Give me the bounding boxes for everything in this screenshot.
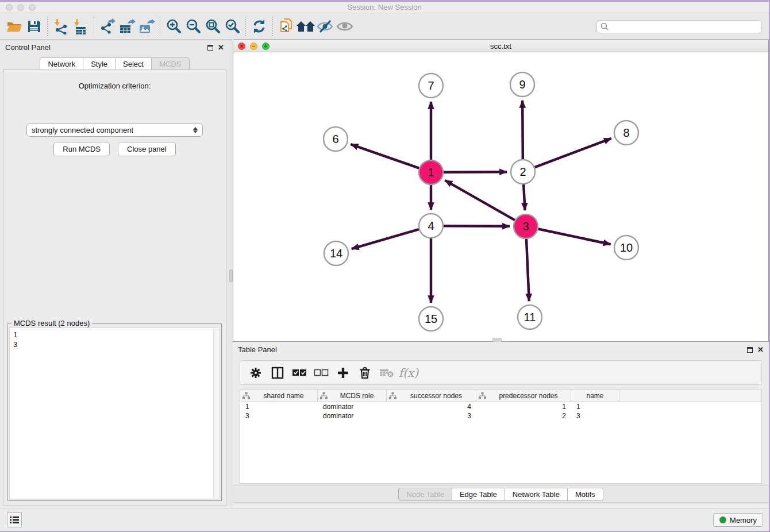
column-header-successor-nodes[interactable]: successor nodes — [387, 390, 476, 402]
window-titlebar[interactable]: Session: New Session — [0, 2, 769, 13]
search-box[interactable] — [596, 20, 762, 33]
zoom-selected-icon[interactable] — [222, 17, 242, 36]
column-header-predecessor-nodes[interactable]: predecessor nodes — [476, 390, 571, 402]
table-toolbar: f(x) — [240, 360, 762, 385]
chevron-up-down-icon — [193, 127, 198, 133]
graph-edge-1-2[interactable] — [444, 172, 507, 172]
network-frame-titlebar[interactable]: × − + scc.txt — [233, 40, 768, 52]
tab-network-table[interactable]: Network Table — [505, 488, 568, 501]
tab-style[interactable]: Style — [83, 57, 116, 71]
tab-motifs[interactable]: Motifs — [568, 488, 603, 501]
import-table-icon[interactable] — [71, 17, 90, 36]
graph-edge-3-10[interactable] — [538, 229, 611, 245]
table-tabstrip: Node TableEdge TableNetwork TableMotifs — [233, 485, 769, 503]
right-column: × − + scc.txt 1234678910111415 Table Pan… — [233, 40, 769, 510]
graph-edge-3-11[interactable] — [526, 239, 529, 301]
graph-edge-3-1[interactable] — [445, 180, 515, 220]
table-cell[interactable]: 1 — [571, 403, 619, 411]
status-bar: Memory — [0, 508, 769, 531]
delete-icon[interactable] — [354, 363, 376, 383]
toggle-hide-icon[interactable] — [315, 17, 335, 36]
export-network-icon[interactable] — [98, 17, 117, 36]
table-panel-float-icon[interactable] — [747, 347, 753, 353]
table-panel-header: Table Panel ✕ — [233, 342, 769, 357]
table-cell[interactable]: 3 — [571, 412, 619, 420]
graph-node-label: 7 — [428, 79, 434, 92]
zoom-in-icon[interactable] — [164, 17, 183, 36]
table-cell[interactable]: 3 — [240, 412, 318, 420]
zoom-out-icon[interactable] — [183, 17, 203, 36]
table-cell[interactable]: 3 — [387, 412, 476, 420]
function-builder-icon[interactable]: f(x) — [398, 363, 419, 383]
graph-node-label: 10 — [620, 241, 633, 254]
criterion-dropdown-value: strongly connected component — [32, 126, 133, 134]
control-panel-close-icon[interactable]: ✕ — [218, 45, 224, 51]
network-graph[interactable]: 1234678910111415 — [233, 52, 769, 341]
delete-table-icon[interactable] — [376, 363, 398, 383]
column-header-shared-name[interactable]: shared name — [240, 390, 318, 402]
graph-node-label: 11 — [524, 311, 536, 323]
tab-node-table[interactable]: Node Table — [398, 488, 452, 501]
graph-edge-2-3[interactable] — [523, 184, 525, 210]
task-history-button[interactable] — [7, 512, 22, 527]
result-scrollbar[interactable] — [213, 328, 220, 499]
select-all-icon[interactable] — [288, 363, 310, 383]
preview-eye-icon[interactable] — [335, 17, 355, 36]
toolbar-separator — [47, 17, 48, 36]
tab-edge-table[interactable]: Edge Table — [452, 488, 505, 501]
table-panel-title: Table Panel — [238, 345, 277, 354]
table-cell[interactable]: 1 — [476, 403, 571, 411]
table-cell[interactable]: dominator — [318, 412, 387, 420]
graph-node-label: 3 — [522, 220, 529, 233]
graph-edge-2-8[interactable] — [535, 138, 611, 167]
refresh-icon[interactable] — [249, 17, 269, 36]
mcds-result-title: MCDS result (2 nodes) — [11, 319, 92, 327]
table-cell[interactable]: 1 — [240, 403, 318, 411]
node-table[interactable]: shared nameMCDS rolesuccessor nodesprede… — [240, 390, 762, 484]
table-cell[interactable]: dominator — [318, 403, 387, 411]
column-header-MCDS-role[interactable]: MCDS role — [318, 390, 387, 402]
criterion-dropdown[interactable]: strongly connected component — [26, 124, 203, 137]
gear-icon[interactable] — [245, 363, 267, 383]
open-session-icon[interactable] — [5, 17, 24, 36]
run-mcds-button[interactable]: Run MCDS — [53, 142, 110, 156]
zoom-fit-icon[interactable] — [203, 17, 222, 36]
memory-button[interactable]: Memory — [713, 513, 763, 527]
duplicate-network-icon[interactable] — [276, 17, 296, 36]
graph-edge-1-6[interactable] — [351, 144, 419, 168]
table-row[interactable]: 3dominator323 — [240, 411, 761, 421]
table-cell[interactable]: 2 — [476, 412, 571, 420]
control-panel-float-icon[interactable] — [207, 45, 213, 51]
tab-mcds[interactable]: MCDS — [152, 57, 189, 71]
control-panel-tabs: NetworkStyleSelectMCDS — [0, 57, 229, 71]
tab-network[interactable]: Network — [40, 57, 83, 71]
column-header-name[interactable]: name — [571, 390, 619, 402]
mcds-panel: Optimization criterion: strongly connect… — [3, 70, 226, 506]
application-window: Session: New Session — [0, 0, 770, 532]
home-icon[interactable] — [296, 17, 315, 36]
import-network-icon[interactable] — [51, 17, 71, 36]
table-cell[interactable]: 4 — [387, 403, 476, 411]
add-column-icon[interactable] — [332, 363, 354, 383]
graph-edge-4-14[interactable] — [352, 229, 419, 249]
graph-node-label: 4 — [428, 219, 434, 232]
graph-edge-4-3[interactable] — [444, 226, 510, 226]
graph-edge-2-9[interactable] — [522, 101, 523, 159]
control-panel-title: Control Panel — [5, 43, 51, 52]
graph-node-label: 1 — [428, 166, 434, 179]
network-view-frame: × − + scc.txt 1234678910111415 — [233, 40, 769, 342]
table-row[interactable]: 1dominator411 — [240, 402, 761, 411]
table-panel-close-icon[interactable]: ✕ — [757, 347, 764, 353]
toolbar-separator — [94, 17, 94, 36]
export-table-icon[interactable] — [117, 17, 137, 36]
export-image-icon[interactable] — [137, 17, 156, 36]
network-canvas[interactable]: 1234678910111415 — [233, 52, 768, 341]
search-input[interactable] — [611, 22, 758, 30]
tab-select[interactable]: Select — [116, 57, 152, 71]
close-panel-button[interactable]: Close panel — [118, 142, 176, 156]
split-pane-icon[interactable] — [267, 363, 288, 383]
mcds-result-textarea[interactable]: 1 3 — [9, 327, 220, 499]
window-title: Session: New Session — [0, 3, 769, 11]
save-session-icon[interactable] — [24, 17, 44, 36]
deselect-all-icon[interactable] — [310, 363, 332, 383]
